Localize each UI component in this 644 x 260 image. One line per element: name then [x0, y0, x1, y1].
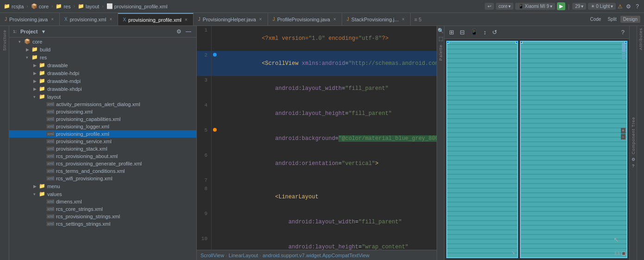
tree-item-drawable[interactable]: ▶ 📁 drawable [9, 61, 196, 69]
tree-item-drawable-hdpi[interactable]: ▶ 📁 drawable-hdpi [9, 69, 196, 77]
code-lines: 1 <?xml version="1.0" encoding="utf-8"?>… [197, 26, 437, 250]
tree-item-layout[interactable]: ▾ 📁 layout [9, 93, 196, 101]
editor-area: 1 <?xml version="1.0" encoding="utf-8"?>… [197, 26, 437, 260]
code-view-btn[interactable]: Code [588, 16, 604, 23]
module-icon: 📦 [31, 3, 38, 9]
comp-tree-settings[interactable]: ⚙ [630, 156, 637, 163]
tab-provisioning-java[interactable]: J Provisioning.java × [0, 13, 60, 25]
separator: | [568, 3, 569, 10]
run-button[interactable]: ▶ [557, 2, 565, 10]
resize-handle-tl-2[interactable] [520, 41, 523, 44]
help-right-btn[interactable]: ? [619, 28, 626, 37]
tree-item-menu[interactable]: ▶ 📁 menu [9, 182, 196, 190]
tab-close-2[interactable]: × [184, 17, 188, 23]
zoom-in-btn[interactable]: + [621, 128, 625, 133]
expand-arrow-drawable: ▶ [33, 63, 39, 68]
bc-sep-1: › [26, 4, 28, 9]
api-selector-btn[interactable]: 29 ▾ [572, 3, 586, 10]
code-line-8: 8 <LinearLayout [197, 184, 437, 209]
tree-item-core[interactable]: ▾ 📦 core [9, 38, 196, 45]
breadcrumb-file[interactable]: ⬜ provisioning_profile.xml [106, 3, 168, 9]
tree-item-activity-xml[interactable]: ▶ xml activity_permissions_alert_dialog.… [9, 101, 196, 108]
split-view-btn[interactable]: Split [605, 16, 619, 23]
bc-textview[interactable]: android.support.v7.widget.AppCompatTextV… [263, 253, 369, 258]
settings-icon-btn[interactable]: ⚙ [625, 2, 632, 11]
java-icon-5: J [347, 17, 349, 22]
bookmark-5[interactable] [213, 128, 217, 132]
breadcrumb-res[interactable]: 📁 res [56, 3, 70, 9]
code-editor[interactable]: 1 <?xml version="1.0" encoding="utf-8"?>… [197, 26, 437, 250]
component-tree-vert-panel: Component Tree ⚙ ? [629, 26, 637, 260]
tab-close-0[interactable]: × [50, 16, 55, 22]
tree-item-provisioning-stack[interactable]: ▶ xml provisioning_stack.xml [9, 145, 196, 152]
device-selector-btn[interactable]: core ▾ [496, 3, 513, 10]
tree-item-rcs-prov-strings[interactable]: ▶ xml rcs_provisioning_strings.xml [9, 213, 196, 220]
resize-corner[interactable]: ↘ [511, 250, 515, 255]
breadcrumb-layout[interactable]: 📁 layout [78, 3, 99, 9]
tab-close-3[interactable]: × [258, 16, 263, 22]
tree-item-provisioning-logger[interactable]: ▶ xml provisioning_logger.xml [9, 123, 196, 130]
tree-item-drawable-mdpi[interactable]: ▶ 📁 drawable-mdpi [9, 77, 196, 85]
project-panel-header: 1: Project ▾ ⚙ — [9, 26, 196, 38]
tree-item-rcs-terms[interactable]: ▶ xml rcs_terms_and_conditions.xml [9, 167, 196, 175]
preview-phone-2: 1:1 + - ↖ [520, 41, 627, 258]
minimize-btn[interactable]: — [184, 28, 193, 35]
tree-item-drawable-xhdpi[interactable]: ▶ 📁 drawable-xhdpi [9, 85, 196, 93]
zoom-fit-btn[interactable]: ⊞ [447, 28, 456, 37]
tree-item-values[interactable]: ▾ 📁 values [9, 190, 196, 198]
device-frame-btn[interactable]: 📱 [469, 28, 480, 37]
tree-item-rcs-settings-strings[interactable]: ▶ xml rcs_settings_strings.xml [9, 220, 196, 228]
tree-item-rcs-about[interactable]: ▶ xml rcs_provisioning_about.xml [9, 152, 196, 160]
palette-side-panel: 🔍 ⬚ Palette [437, 26, 444, 260]
theme-selector-btn[interactable]: ☀ 0 Light ▾ [588, 3, 616, 10]
resize-handle-tl[interactable] [446, 41, 449, 44]
tree-item-provisioning-xml[interactable]: ▶ xml provisioning.xml [9, 108, 196, 115]
mdpi-icon: 📁 [39, 78, 45, 84]
breadcrumb-core[interactable]: 📦 core [31, 3, 49, 9]
zoom-out-btn[interactable]: - [621, 134, 625, 140]
build-folder-icon: 📁 [31, 46, 38, 52]
breadcrumb-rcsjta[interactable]: 📁 rcsjta [4, 3, 24, 9]
more-tabs[interactable]: ≡ 5 [411, 13, 425, 25]
drawable-icon: 📁 [39, 62, 45, 68]
design-view-btn[interactable]: Design [620, 16, 640, 23]
tree-item-provisioning-service[interactable]: ▶ xml provisioning_service.xml [9, 138, 196, 145]
tree-item-rcs-generate[interactable]: ▶ xml rcs_provisioning_generate_profile.… [9, 160, 196, 167]
help-icon-btn[interactable]: ? [634, 2, 640, 11]
refresh-btn[interactable]: ↺ [490, 28, 499, 37]
comp-tree-help[interactable]: ? [630, 163, 636, 169]
tab-stack-provisioning[interactable]: J StackProvisioning.j... × [342, 13, 411, 25]
tree-item-dimens[interactable]: ▶ xml dimens.xml [9, 198, 196, 205]
tab-close-5[interactable]: × [401, 16, 406, 22]
java-icon-4: J [273, 17, 275, 22]
tree-item-rcs-core-strings[interactable]: ▶ xml rcs_core_strings.xml [9, 205, 196, 213]
tab-close-4[interactable]: × [332, 16, 337, 22]
undo-btn[interactable]: ↩ [485, 3, 494, 10]
tab-provisioning-profile-xml[interactable]: X provisioning_profile.xml × [118, 13, 193, 25]
bc-scrollview[interactable]: ScrollView [200, 253, 224, 258]
breakpoint-2[interactable] [213, 53, 217, 57]
tree-item-rcs-wifi[interactable]: ▶ xml rcs_wifi_provisioning.xml [9, 175, 196, 182]
tree-item-build[interactable]: ▶ 📁 build [9, 45, 196, 53]
tree-item-provisioning-profile[interactable]: ▶ xml provisioning_profile.xml [9, 130, 196, 138]
tree-item-provisioning-cap[interactable]: ▶ xml provisioning_capabilities.xml [9, 115, 196, 123]
tab-close-1[interactable]: × [109, 16, 113, 22]
bc-sep-2: › [51, 4, 53, 9]
module-folder-icon: 📦 [24, 38, 31, 44]
phone-selector-btn[interactable]: 📱 Xiaomi MI 9 ▾ [515, 3, 555, 10]
bc-linearlayout[interactable]: LinearLayout [229, 253, 258, 258]
resize-handle-tr[interactable] [515, 41, 518, 44]
tab-provisioning-xml[interactable]: X provisioning.xml × [60, 13, 118, 25]
expand-arrow-xhdpi: ▶ [33, 87, 39, 91]
tree-item-res[interactable]: ▾ 📁 res [9, 53, 196, 61]
tab-profile-provisioning[interactable]: J ProfileProvisioning.java × [268, 13, 342, 25]
project-dropdown-arrow[interactable]: ▾ [42, 29, 45, 35]
zoom-actual-btn[interactable]: ⊟ [458, 28, 467, 37]
gear-icon-btn[interactable]: ⚙ [175, 28, 183, 35]
tab-provisioning-helper[interactable]: J ProvisioningHelper.java × [194, 13, 268, 25]
structure-tab[interactable]: Structure [1, 26, 8, 55]
code-line-10: 10 android:layout_height="wrap_content" [197, 235, 437, 250]
orientation-btn[interactable]: ↕ [481, 28, 488, 37]
attributes-panel: Attributes [637, 26, 644, 260]
palette-tool-2[interactable]: ⬚ [437, 35, 445, 43]
